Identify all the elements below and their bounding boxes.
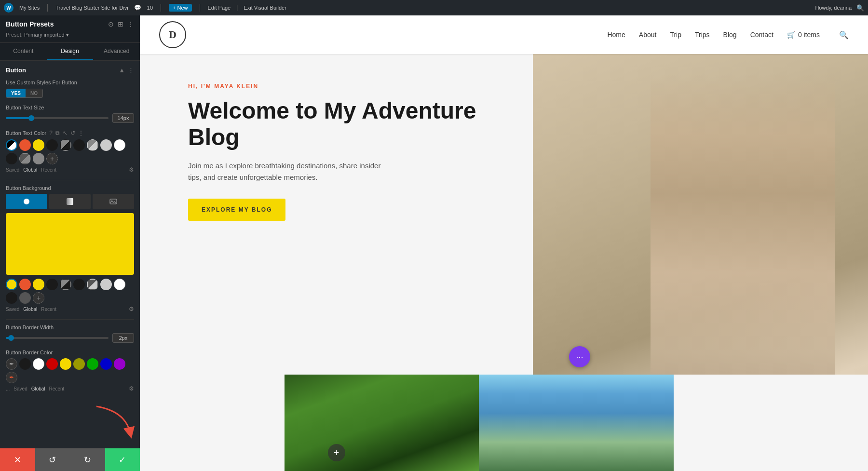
color-settings-icon[interactable]: ⚙ bbox=[129, 166, 134, 173]
section-menu-icon[interactable]: ⋮ bbox=[128, 67, 134, 74]
border-black[interactable] bbox=[19, 358, 31, 370]
border-eyedropper[interactable]: ✒ bbox=[6, 358, 17, 370]
border-recent[interactable]: Recent bbox=[49, 386, 65, 391]
slider-thumb[interactable] bbox=[28, 115, 34, 121]
bg-swatch-yellow2[interactable] bbox=[33, 279, 44, 290]
swatch-selected[interactable] bbox=[6, 139, 17, 151]
color-saved[interactable]: Saved bbox=[6, 167, 19, 173]
close-button[interactable]: ✕ bbox=[0, 448, 35, 471]
border-purple[interactable] bbox=[114, 358, 125, 370]
border-olive[interactable] bbox=[73, 358, 85, 370]
section-collapse-icon[interactable]: ▲ bbox=[119, 67, 125, 74]
bg-color-settings-icon[interactable]: ⚙ bbox=[129, 306, 134, 312]
border-yellow[interactable] bbox=[60, 358, 71, 370]
color-recent[interactable]: Recent bbox=[41, 167, 56, 173]
border-settings-icon[interactable]: ⚙ bbox=[129, 385, 134, 392]
nav-cart[interactable]: 🛒 0 items bbox=[787, 31, 820, 39]
tab-content[interactable]: Content bbox=[0, 43, 47, 60]
color-more-icon[interactable]: ⋮ bbox=[78, 130, 84, 136]
bg-color-saved[interactable]: Saved bbox=[6, 307, 19, 312]
bg-tab-color[interactable] bbox=[6, 194, 47, 209]
panel-expand-icon[interactable]: ⊞ bbox=[118, 20, 123, 28]
swatch-yellow[interactable] bbox=[33, 139, 44, 151]
swatch-gray1[interactable] bbox=[60, 139, 71, 151]
bg-color-recent[interactable]: Recent bbox=[41, 307, 56, 312]
bg-add-swatch-btn[interactable]: + bbox=[33, 292, 44, 304]
border-global[interactable]: Global bbox=[31, 386, 45, 391]
toggle-no[interactable]: NO bbox=[26, 89, 42, 97]
tab-advanced[interactable]: Advanced bbox=[93, 43, 140, 60]
explore-blog-button[interactable]: EXPLORE MY BLOG bbox=[188, 199, 285, 221]
site-nav: D Home About Trip Trips Blog Contact 🛒 0… bbox=[140, 15, 868, 54]
border-more[interactable]: ... bbox=[6, 386, 10, 391]
bg-tab-image[interactable] bbox=[93, 194, 134, 209]
new-button[interactable]: + New bbox=[169, 4, 192, 12]
border-white[interactable] bbox=[33, 358, 44, 370]
admin-search-icon[interactable]: 🔍 bbox=[856, 4, 864, 12]
toggle-yes[interactable]: YES bbox=[6, 89, 26, 97]
exit-builder-link[interactable]: Exit Visual Builder bbox=[244, 5, 286, 11]
swatch-darkgray[interactable] bbox=[33, 153, 44, 164]
nav-trip[interactable]: Trip bbox=[670, 31, 681, 39]
preset-value[interactable]: Primary imported ▾ bbox=[24, 32, 69, 38]
color-help-icon[interactable]: ? bbox=[49, 130, 53, 136]
bg-swatch-gray2[interactable] bbox=[19, 292, 31, 304]
nav-search-icon[interactable]: 🔍 bbox=[839, 30, 849, 40]
color-reset-icon[interactable]: ↺ bbox=[70, 130, 75, 136]
add-swatch-btn[interactable]: + bbox=[46, 153, 58, 164]
bg-color-global[interactable]: Global bbox=[23, 307, 37, 312]
bg-swatch-gray[interactable] bbox=[87, 279, 98, 290]
add-section-button[interactable]: + bbox=[328, 444, 345, 461]
bg-color-swatches bbox=[6, 279, 134, 290]
save-button[interactable]: ✓ bbox=[105, 448, 140, 471]
float-action-button[interactable]: ··· bbox=[569, 346, 590, 367]
use-custom-styles-toggle[interactable]: YES NO bbox=[6, 89, 43, 98]
nav-about[interactable]: About bbox=[639, 31, 657, 39]
swatch-white[interactable] bbox=[114, 139, 125, 151]
border-slider-thumb[interactable] bbox=[8, 335, 14, 341]
undo-button[interactable]: ↺ bbox=[35, 448, 70, 471]
swatch-gray3[interactable] bbox=[19, 153, 31, 164]
button-text-size-value[interactable]: 14px bbox=[112, 113, 134, 123]
nav-contact[interactable]: Contact bbox=[750, 31, 773, 39]
wp-logo-icon[interactable]: W bbox=[4, 3, 14, 13]
border-width-track[interactable] bbox=[6, 337, 108, 339]
swatch-light[interactable] bbox=[100, 139, 112, 151]
panel-reset-icon[interactable]: ⊙ bbox=[108, 20, 114, 28]
bg-swatch-dark[interactable] bbox=[73, 279, 85, 290]
redo-button[interactable]: ↻ bbox=[70, 448, 105, 471]
swatch-dark[interactable] bbox=[73, 139, 85, 151]
nav-home[interactable]: Home bbox=[607, 31, 625, 39]
color-copy-icon[interactable]: ⧉ bbox=[55, 130, 60, 136]
bg-swatch-white[interactable] bbox=[114, 279, 125, 290]
my-sites-link[interactable]: My Sites bbox=[19, 5, 40, 11]
swatch-orange[interactable] bbox=[19, 139, 31, 151]
border-red[interactable] bbox=[46, 358, 58, 370]
bg-color-preview bbox=[6, 213, 134, 275]
bg-swatch-black2[interactable] bbox=[6, 292, 17, 304]
swatch-black2[interactable] bbox=[6, 153, 17, 164]
border-saved[interactable]: Saved bbox=[14, 386, 27, 391]
color-global[interactable]: Global bbox=[23, 167, 37, 173]
bg-swatch-yellow[interactable] bbox=[6, 279, 17, 290]
nav-trips[interactable]: Trips bbox=[695, 31, 710, 39]
button-text-size-track[interactable] bbox=[6, 117, 108, 119]
swatch-black1[interactable] bbox=[46, 139, 58, 151]
swatch-gray2[interactable] bbox=[87, 139, 98, 151]
nav-blog[interactable]: Blog bbox=[723, 31, 737, 39]
bg-swatch-black[interactable] bbox=[46, 279, 58, 290]
comment-icon: 💬 bbox=[134, 4, 141, 11]
button-border-width-value[interactable]: 2px bbox=[112, 333, 134, 343]
tab-design[interactable]: Design bbox=[47, 43, 94, 60]
bg-swatch-light[interactable] bbox=[100, 279, 112, 290]
border-pen[interactable]: ✒ bbox=[6, 372, 17, 383]
panel-menu-icon[interactable]: ⋮ bbox=[127, 20, 134, 28]
color-select-icon[interactable]: ↖ bbox=[63, 130, 68, 136]
edit-page-link[interactable]: Edit Page bbox=[208, 5, 231, 11]
border-green[interactable] bbox=[87, 358, 98, 370]
bg-tab-gradient[interactable] bbox=[49, 194, 91, 209]
site-name-link[interactable]: Travel Blog Starter Site for Divi bbox=[55, 5, 128, 11]
bg-swatch-orange[interactable] bbox=[19, 279, 31, 290]
bg-swatch-mixed[interactable] bbox=[60, 279, 71, 290]
border-blue[interactable] bbox=[100, 358, 112, 370]
